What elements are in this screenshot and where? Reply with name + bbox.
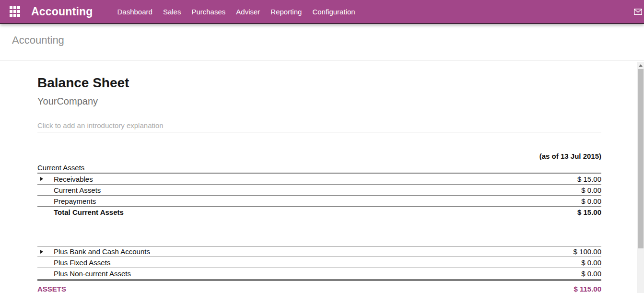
row-label: Prepayments bbox=[37, 197, 96, 205]
row-value: $ 100.00 bbox=[574, 247, 601, 256]
menu-item-dashboard[interactable]: Dashboard bbox=[112, 5, 158, 19]
row-label: Total Current Assets bbox=[37, 208, 124, 216]
expand-caret-icon[interactable] bbox=[40, 177, 43, 181]
expand-caret-icon[interactable] bbox=[40, 250, 43, 254]
menu-item-reporting[interactable]: Reporting bbox=[265, 5, 307, 19]
report-title: Balance Sheet bbox=[37, 75, 601, 91]
grand-total-row: ASSETS $ 115.00 bbox=[37, 283, 601, 293]
scroll-up-arrow-icon[interactable] bbox=[639, 64, 643, 67]
menu-item-configuration[interactable]: Configuration bbox=[307, 5, 360, 19]
menu-item-sales[interactable]: Sales bbox=[158, 5, 187, 19]
table-row-receivables[interactable]: Receivables $ 15.00 bbox=[37, 174, 601, 185]
table-row-non-current-assets: Plus Non-current Assets $ 0.00 bbox=[37, 268, 601, 279]
table-row-prepayments: Prepayments $ 0.00 bbox=[37, 196, 601, 207]
section-header-row: Current Assets bbox=[37, 163, 601, 174]
menu-item-adviser[interactable]: Adviser bbox=[231, 5, 265, 19]
company-name: YourCompany bbox=[37, 95, 601, 107]
app-title[interactable]: Accounting bbox=[31, 5, 93, 18]
table-row-current-assets: Current Assets $ 0.00 bbox=[37, 185, 601, 196]
scrollbar-thumb[interactable] bbox=[638, 69, 644, 248]
row-value: $ 0.00 bbox=[581, 270, 601, 278]
table-spacer bbox=[37, 218, 601, 246]
row-value: $ 0.00 bbox=[581, 197, 601, 205]
apps-grid-icon[interactable] bbox=[10, 6, 20, 17]
grand-total-value: $ 115.00 bbox=[574, 285, 601, 293]
row-value: $ 15.00 bbox=[577, 175, 601, 183]
row-label: Plus Non-current Assets bbox=[37, 270, 131, 278]
table-row-total-current-assets: Total Current Assets $ 15.00 bbox=[37, 207, 601, 218]
row-value: $ 0.00 bbox=[581, 258, 601, 267]
vertical-scrollbar[interactable] bbox=[637, 62, 644, 293]
grand-total-label: ASSETS bbox=[37, 285, 66, 293]
intro-placeholder[interactable]: Click to add an introductory explanation bbox=[37, 121, 601, 132]
breadcrumb[interactable]: Accounting bbox=[12, 34, 64, 46]
top-navbar: Accounting Dashboard Sales Purchases Adv… bbox=[0, 0, 644, 24]
row-label: Current Assets bbox=[37, 186, 101, 194]
messages-envelope-icon[interactable] bbox=[634, 9, 642, 15]
double-rule bbox=[37, 279, 601, 281]
row-value: $ 0.00 bbox=[581, 186, 601, 194]
table-row-bank-cash[interactable]: Plus Bank and Cash Accounts $ 100.00 bbox=[37, 246, 601, 257]
menu-item-purchases[interactable]: Purchases bbox=[186, 5, 231, 19]
report-page: Balance Sheet YourCompany Click to add a… bbox=[0, 62, 637, 293]
row-label: Plus Bank and Cash Accounts bbox=[37, 247, 150, 256]
row-value: $ 15.00 bbox=[577, 208, 601, 216]
balance-table: Current Assets Receivables $ 15.00 Curre… bbox=[37, 163, 601, 293]
main-menu: Dashboard Sales Purchases Adviser Report… bbox=[112, 5, 361, 19]
row-label: Receivables bbox=[37, 175, 93, 183]
row-label: Plus Fixed Assets bbox=[37, 258, 110, 267]
section-title: Current Assets bbox=[37, 164, 84, 172]
table-row-fixed-assets: Plus Fixed Assets $ 0.00 bbox=[37, 257, 601, 268]
breadcrumb-bar: Accounting bbox=[0, 24, 644, 60]
column-header-date: (as of 13 Jul 2015) bbox=[37, 152, 601, 161]
